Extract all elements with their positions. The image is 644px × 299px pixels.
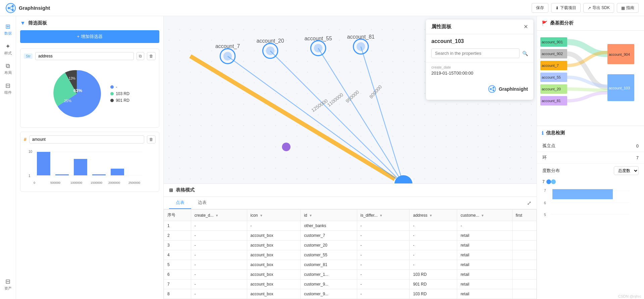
cell-custome: retail [457,241,512,250]
sidebar-item-style[interactable]: ✦ 样式 [1,40,15,58]
svg-text:1500000: 1500000 [91,181,102,184]
svg-text:7: 7 [544,189,546,193]
cell-id: customer_7 [301,231,357,241]
amount-delete-button[interactable]: 🗑 [147,135,156,143]
svg-text:account_81: account_81 [347,34,375,40]
bar-chart-svg: 10 1 0 500000 1000000 1500000 [25,147,146,187]
svg-text:2000000: 2000000 [108,181,120,184]
col-is-differ[interactable]: is_differ... ▼ [357,210,410,221]
address-pie-chart: 63% 25% 13% - 103 RD 901 RD [24,63,156,124]
cell-custome: retail [457,250,512,260]
cell-icon: account_box [247,270,301,280]
asset-icon: ⊟ [5,278,10,285]
cell-seq: 8 [164,289,191,299]
svg-text:1: 1 [29,174,31,178]
props-search: 🔍 [426,48,533,62]
watermark-text: CSDN @njhrc [618,294,641,298]
cell-id: customer_9... [301,280,357,289]
data-icon: ⊞ [5,23,10,30]
props-field-label-create-date: create_date [431,65,528,69]
col-seq[interactable]: 序号 [164,210,191,221]
tab-edge-table[interactable]: 边表 [191,197,213,209]
cell-create-date: - [191,250,247,260]
sidebar-item-label-data: 数据 [4,31,12,36]
add-filter-button[interactable]: + 增加筛选器 [20,30,159,43]
degree-select[interactable]: 总度数 [614,166,639,175]
pie-legend: - 103 RD 901 RD [110,85,129,103]
filter-panel-header: ▼ 筛选面板 [20,20,159,26]
cell-seq: 1 [164,221,191,231]
filter-field-select[interactable]: address [35,52,134,60]
sidebar-item-data[interactable]: ⊞ 数据 [1,20,15,39]
guide-button[interactable]: ▦ 指南 [617,3,639,13]
cell-create-date: - [191,289,247,299]
svg-text:account_902: account_902 [542,52,563,56]
cell-create-date: - [191,270,247,280]
props-watermark-area: GraphInsight [426,78,533,100]
cell-address: 103 RD [410,270,457,280]
props-close-button[interactable]: ✕ [524,24,528,30]
topbar: GraphInsight 保存 ⬇ 下载项目 ↗ 导出 SDK ▦ 指南 [0,0,644,16]
svg-point-75 [551,179,556,184]
graph-area: 属性面板 ✕ account_103 🔍 create_date 2019-01… [164,16,537,299]
props-header: 属性面板 ✕ [426,19,533,34]
svg-text:0: 0 [34,181,35,184]
col-icon[interactable]: icon ▼ [247,210,301,221]
table-expand-button[interactable]: ⤢ [527,200,531,206]
tab-node-table[interactable]: 点表 [169,197,191,209]
cell-custome: retail [457,231,512,241]
props-search-input[interactable] [431,48,520,58]
degree-bar-svg: 7 6 5 [542,186,633,226]
data-table: 序号 create_d... ▼ icon ▼ id ▼ is_differ..… [164,209,537,299]
cell-is-differ: - [357,260,410,270]
col-create-date[interactable]: create_d... ▼ [191,210,247,221]
sidebar-item-label-asset: 资产 [4,286,12,291]
filter-delete-button[interactable]: 🗑 [147,52,156,60]
svg-text:10: 10 [29,150,33,154]
svg-text:account_20: account_20 [257,38,284,44]
sidebar-item-asset[interactable]: ⊟ 资产 [1,275,15,294]
svg-point-0 [6,3,15,13]
table-panel-title: 表格模式 [176,187,195,193]
legend-label-103rd: 103 RD [116,91,129,96]
filter-icon: ▼ [20,20,25,26]
table-scroll[interactable]: 序号 create_d... ▼ icon ▼ id ▼ is_differ..… [164,209,537,299]
sankey-container: account_901 account_902 account_7 accoun… [537,31,644,126]
download-button[interactable]: ⬇ 下载项目 [551,3,581,13]
cell-is-differ: - [357,280,410,289]
save-button[interactable]: 保存 [532,3,548,13]
col-id[interactable]: id ▼ [301,210,357,221]
degree-chart: 7 6 5 [537,186,644,227]
info-icon: ℹ [542,130,543,136]
export-sdk-button[interactable]: ↗ 导出 SDK [583,3,614,13]
props-search-button[interactable]: 🔍 [522,51,528,56]
pie-svg: 63% 25% 13% [50,67,104,121]
cell-icon: account_box [247,250,301,260]
table-row: 1 - - other_banks - - - [164,221,537,231]
table-grid-icon: ⊞ [169,187,173,193]
sidebar-item-component[interactable]: ⊟ 组件 [1,79,15,98]
filter-panel: ▼ 筛选面板 + 增加筛选器 Str address ⧉ 🗑 [16,16,164,299]
cell-address: - [410,221,457,231]
cell-first [512,270,536,280]
svg-rect-16 [74,159,87,175]
info-row-isolated: 孤立点 0 [537,140,644,152]
filter-type-str: Str [24,53,33,59]
cell-custome: retail [457,280,512,289]
sidebar-item-layout[interactable]: ⧉ 布局 [1,60,15,78]
legend-dot-blue [110,85,114,89]
svg-rect-82 [552,189,613,199]
svg-rect-14 [37,152,50,175]
table-row: 2 - account_box customer_7 - - retail [164,231,537,241]
col-custome[interactable]: custome... ▼ [457,210,512,221]
amount-field-select[interactable]: amount [29,135,144,143]
svg-text:6: 6 [544,201,546,205]
sidebar-item-label-layout: 布局 [4,70,12,75]
col-address[interactable]: address ▼ [410,210,457,221]
svg-text:account_55: account_55 [305,36,332,42]
filter-copy-button[interactable]: ⧉ [137,52,144,60]
cell-seq: 2 [164,231,191,241]
col-first[interactable]: first [512,210,536,221]
cell-address: - [410,241,457,250]
info-row-cycle: 环 7 [537,152,644,164]
